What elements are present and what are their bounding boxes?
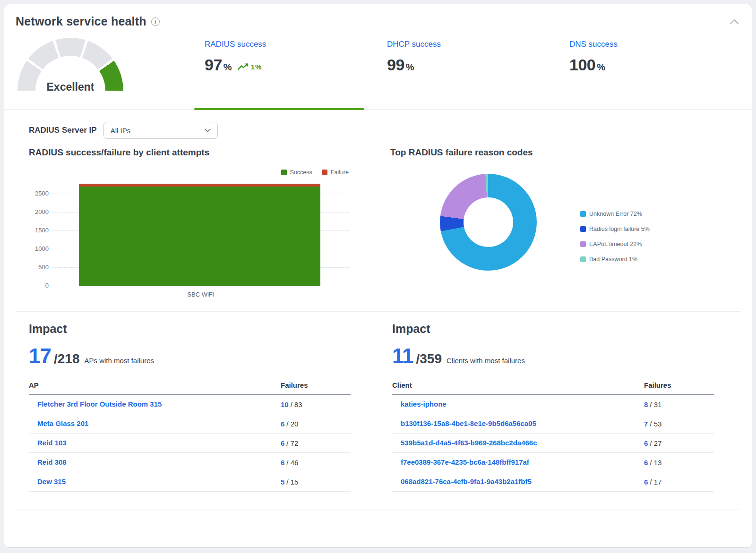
impact-count: 17 xyxy=(29,344,51,368)
failures-total: / 72 xyxy=(286,439,298,447)
legend-swatch xyxy=(580,241,586,247)
ap-link[interactable]: Dew 315 xyxy=(37,477,66,485)
name-cell: 068ad821-76ca-4efb-9fa1-9a43b2a1fbf5 xyxy=(392,477,644,486)
y-tick-label: 2000 xyxy=(29,208,49,215)
select-value: All IPs xyxy=(111,127,205,135)
ap-link[interactable]: Reid 103 xyxy=(37,439,67,447)
kpi-unit: % xyxy=(406,62,414,73)
failures-cell: 6/ 72 xyxy=(281,439,351,447)
failures-cell: 6/ 20 xyxy=(281,420,351,428)
table-row: Fletcher 3rd Floor Outside Room 31510/ 8… xyxy=(29,395,351,414)
impact-caption: APs with most failures xyxy=(84,357,154,365)
failures-cell: 7/ 53 xyxy=(644,420,714,428)
legend-swatch xyxy=(580,256,586,262)
failures-count: 7 xyxy=(644,420,648,428)
y-tick-label: 1500 xyxy=(29,227,49,234)
failures-count: 6 xyxy=(281,420,284,428)
kpi-radius-success[interactable]: RADIUS success 97 % 1% xyxy=(194,35,377,109)
health-gauge-block: Excellent xyxy=(16,35,194,109)
impact-stat: 11 /359 Clients with most failures xyxy=(392,344,714,368)
table-body: katies-iphone8/ 31b130f136-15a8-4be1-8e1… xyxy=(392,395,714,492)
health-gauge: Excellent xyxy=(17,38,123,94)
stacked-bar-sbc-wifi[interactable] xyxy=(79,184,320,286)
y-tick-label: 0 xyxy=(29,282,49,289)
legend-label: EAPoL timeout 22% xyxy=(589,241,642,247)
name-cell: 539b5a1d-d4a5-4f63-b969-268bc2da466c xyxy=(392,439,644,447)
impact-title: Impact xyxy=(392,322,714,336)
table-row: katies-iphone8/ 31 xyxy=(392,395,714,414)
legend-item-failure[interactable]: Failure xyxy=(322,169,349,176)
ap-link[interactable]: Fletcher 3rd Floor Outside Room 315 xyxy=(37,400,162,408)
chevron-up-icon xyxy=(730,19,739,24)
kpi-value: 99 xyxy=(387,56,404,74)
y-tick-label: 500 xyxy=(29,264,49,271)
kpi-trend-value: 1% xyxy=(251,63,262,71)
aps-failures-table: AP Failures Fletcher 3rd Floor Outside R… xyxy=(29,381,351,492)
ap-link[interactable]: Meta Glass 201 xyxy=(37,419,88,427)
table-row: Dew 3155/ 15 xyxy=(29,472,351,492)
card-header: Network service health xyxy=(4,4,752,28)
kpi-label: DNS success xyxy=(569,40,741,49)
table-row: b130f136-15a8-4be1-8e1e-9b5d6a56ca057/ 5… xyxy=(392,414,714,434)
failures-cell: 6/ 46 xyxy=(281,459,351,467)
ap-link[interactable]: Reid 308 xyxy=(37,458,67,466)
kpi-trend: 1% xyxy=(238,63,262,71)
donut-legend-item[interactable]: Unknown Error 72% xyxy=(580,211,650,217)
radius-bar-chart-section: RADIUS success/failure by client attempt… xyxy=(29,147,349,298)
donut-legend-item[interactable]: Radius login failure 5% xyxy=(580,226,650,232)
client-link[interactable]: 539b5a1d-d4a5-4f63-b969-268bc2da466c xyxy=(401,439,537,447)
failures-cell: 6/ 27 xyxy=(644,439,714,447)
radius-server-ip-select[interactable]: All IPs xyxy=(103,122,218,139)
kpi-label: DHCP success xyxy=(387,40,559,49)
failures-total: / 17 xyxy=(650,478,662,486)
impact-row: Impact 17 /218 APs with most failures AP… xyxy=(4,312,752,492)
column-header-ap: AP xyxy=(29,381,281,389)
impact-denominator: /218 xyxy=(54,351,80,366)
page-title: Network service health xyxy=(16,15,146,28)
clients-failures-table: Client Failures katies-iphone8/ 31b130f1… xyxy=(392,381,714,492)
bar-x-axis-label: SBC WiFi xyxy=(52,291,349,298)
failure-reasons-donut[interactable] xyxy=(440,174,537,271)
impact-count: 11 xyxy=(392,344,413,368)
legend-swatch xyxy=(281,170,287,175)
kpi-dhcp-success[interactable]: DHCP success 99 % xyxy=(377,35,559,109)
client-link[interactable]: f7ee0389-367e-4235-bc6a-148fbff917af xyxy=(401,458,529,466)
failures-total: / 83 xyxy=(291,400,302,408)
impact-denominator: /359 xyxy=(416,351,442,366)
donut-chart-title: Top RADIUS failure reason codes xyxy=(390,147,710,158)
collapse-button[interactable] xyxy=(728,16,740,28)
info-icon[interactable] xyxy=(151,17,160,26)
failures-count: 6 xyxy=(644,459,648,467)
y-tick-label: 2500 xyxy=(29,190,49,197)
failures-cell: 10/ 83 xyxy=(281,400,351,408)
name-cell: katies-iphone xyxy=(392,400,644,408)
donut-legend-item[interactable]: Bad Password 1% xyxy=(580,256,650,263)
failures-total: / 46 xyxy=(286,459,298,467)
legend-label: Failure xyxy=(331,169,349,176)
overview-row: Excellent RADIUS success 97 % 1% DHCP su… xyxy=(4,28,752,110)
bar-segment-success xyxy=(79,187,320,286)
name-cell: Reid 308 xyxy=(29,458,281,467)
donut-legend-item[interactable]: EAPoL timeout 22% xyxy=(580,241,650,247)
failures-cell: 8/ 31 xyxy=(644,400,714,408)
network-service-health-card: Network service health Excellent RADIUS … xyxy=(4,4,752,548)
failures-total: / 31 xyxy=(650,400,662,408)
radius-server-filter: RADIUS Server IP All IPs xyxy=(29,122,752,139)
table-body: Fletcher 3rd Floor Outside Room 31510/ 8… xyxy=(29,395,351,492)
kpi-unit: % xyxy=(597,62,605,73)
filter-label: RADIUS Server IP xyxy=(29,126,97,135)
client-link[interactable]: 068ad821-76ca-4efb-9fa1-9a43b2a1fbf5 xyxy=(401,477,532,485)
gauge-status-label: Excellent xyxy=(17,81,123,94)
impact-aps-section: Impact 17 /218 APs with most failures AP… xyxy=(29,322,351,492)
client-link[interactable]: katies-iphone xyxy=(401,400,447,408)
bar-chart-legend: SuccessFailure xyxy=(29,169,349,176)
kpi-value: 97 xyxy=(205,56,222,74)
legend-swatch xyxy=(580,226,586,232)
failure-reasons-section: Top RADIUS failure reason codes Unknown … xyxy=(390,147,710,298)
impact-clients-section: Impact 11 /359 Clients with most failure… xyxy=(392,322,714,492)
failures-total: / 53 xyxy=(650,420,662,428)
client-link[interactable]: b130f136-15a8-4be1-8e1e-9b5d6a56ca05 xyxy=(401,419,536,427)
legend-item-success[interactable]: Success xyxy=(281,169,312,176)
y-tick-label: 1000 xyxy=(29,245,49,252)
kpi-dns-success[interactable]: DNS success 100 % xyxy=(559,35,741,109)
